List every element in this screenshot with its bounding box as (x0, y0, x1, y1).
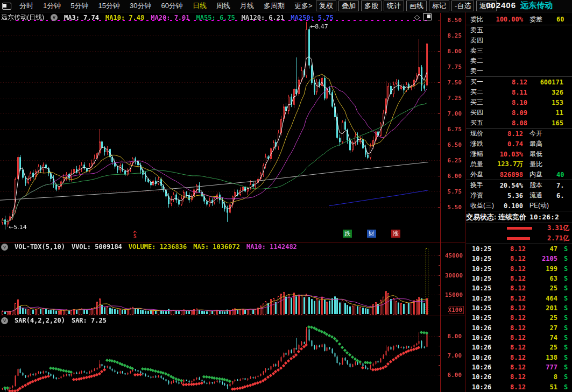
toolbar-button-0[interactable]: 复权 (316, 1, 336, 11)
tick-row-8: 10:268.1227S (466, 323, 572, 333)
tick-price: 8.12 (500, 344, 526, 351)
tick-row-2: 10:258.12199S (466, 264, 572, 274)
tick-price: 8.12 (500, 275, 526, 282)
quote-row: 换手20.54%股本7. (466, 180, 572, 190)
toolbar-tab-9[interactable]: 多周期 (259, 0, 289, 12)
tick-price: 8.12 (500, 383, 526, 391)
toolbar-button-3[interactable]: 统计 (384, 1, 404, 11)
ma-label-item-0: MA3: 7.74 (64, 14, 99, 22)
toolbar-tab-10[interactable]: 更多> (289, 0, 317, 12)
toolbar-tab-4[interactable]: 30分钟 (125, 0, 156, 12)
toolbar-tab-3[interactable]: 15分钟 (93, 0, 124, 12)
trading-status-time: 10:26:2 (529, 213, 559, 221)
buy-level-2[interactable]: 买二8.11326 (466, 87, 572, 97)
tick-time: 10:25 (466, 304, 500, 312)
tick-volume: 25 (526, 284, 562, 292)
flow-label: 净流入额 (466, 223, 507, 234)
quote-value: 6. (554, 192, 572, 199)
sell-level-3[interactable]: 卖三 (466, 46, 572, 56)
chart-badge-2[interactable]: 涨 (391, 230, 400, 238)
quote-label: 涨幅 (466, 149, 497, 159)
toolbar-tab-1[interactable]: 1分钟 (38, 0, 66, 12)
flow-row-0: 净流入额3.31亿 (466, 223, 572, 233)
diamond-icon[interactable]: ◇ (414, 13, 420, 21)
buy-level-3[interactable]: 买三8.10153 (466, 97, 572, 108)
pane-layout-icon[interactable] (423, 13, 432, 20)
tick-time: 10:25 (466, 275, 500, 282)
tick-side: S (562, 364, 572, 371)
quote-label: 现价 (466, 129, 497, 138)
stock-code: 002406 (486, 1, 516, 10)
tick-volume: 138 (526, 354, 562, 361)
tick-side: S (562, 373, 572, 381)
chart-badge-1[interactable]: 财 (367, 230, 376, 238)
tick-list[interactable]: 10:258.1247S10:258.122105S10:258.12199S1… (466, 244, 572, 392)
chart-badge-0[interactable]: 跌 (343, 230, 352, 238)
tick-time: 10:25 (466, 284, 500, 292)
quote-label: 流通 (529, 191, 554, 200)
quote-row: 收益(三)0.100PE(动) (466, 201, 572, 211)
toolbar-button-1[interactable]: 叠加 (338, 1, 359, 11)
toolbar-tab-5[interactable]: 60分钟 (156, 0, 187, 12)
sell-level-5[interactable]: 卖一 (466, 66, 572, 76)
buy-level-4[interactable]: 买四8.0911 (466, 108, 572, 118)
quote-value: 123.7万 (497, 160, 523, 169)
toolbar-tab-2[interactable]: 5分钟 (66, 0, 93, 12)
chart-canvas[interactable] (0, 0, 466, 392)
tick-volume: 74 (526, 334, 562, 341)
ma-label-item-1: MA10: 7.48 (105, 14, 144, 22)
weicha-label: 委差 (529, 15, 554, 24)
tick-volume: 2105 (526, 255, 562, 262)
toolbar-tab-0[interactable]: 分时 (15, 0, 38, 12)
tick-time: 10:25 (466, 245, 500, 253)
money-flow-rows: 净流入额3.31亿大宗流入2.71亿 (466, 223, 572, 244)
toolbar-buttons: 复权叠加多股统计画线标记-自选返回 (316, 1, 497, 11)
level-price: 8.12 (494, 79, 527, 86)
tick-price: 8.12 (500, 245, 526, 253)
tick-volume: 464 (526, 295, 562, 302)
tick-volume: 47 (526, 245, 562, 253)
buy-levels: 买一8.12600171买二8.11326买三8.10153买四8.0911买五… (466, 77, 572, 128)
chevron-down-icon[interactable]: v (51, 14, 58, 21)
toolbar-tab-7[interactable]: 周线 (211, 0, 235, 12)
sell-level-2[interactable]: 卖四 (466, 35, 572, 46)
quote-label: 外盘 (466, 170, 497, 179)
tick-row-9: 10:268.1274S (466, 333, 572, 343)
quote-row: 涨幅10.03%最低 (466, 149, 572, 159)
weibi-value: 100.00% (494, 16, 523, 23)
tick-price: 8.12 (500, 373, 526, 381)
tick-row-4: 10:258.1225S (466, 283, 572, 293)
level-label: 买五 (466, 118, 494, 127)
level-price: 8.08 (494, 119, 527, 127)
sell-level-4[interactable]: 卖二 (466, 56, 572, 66)
stock-app-window: 分时1分钟5分钟15分钟30分钟60分钟日线周线月线多周期更多> 复权叠加多股统… (0, 0, 572, 392)
vol-label-item-4: MA10: 1142482 (246, 243, 297, 251)
toolbar-tab-8[interactable]: 月线 (235, 0, 259, 12)
quote-label: 股本 (529, 181, 554, 190)
buy-level-5[interactable]: 买五8.08165 (466, 118, 572, 128)
toolbar-button-4[interactable]: 画线 (406, 1, 427, 11)
chevron-down-icon[interactable]: v (1, 317, 8, 324)
tick-time: 10:25 (466, 295, 500, 302)
sar-pane-header: v SAR(4,2,2,20)SAR: 7.25 (1, 317, 107, 324)
toolbar-button-2[interactable]: 多股 (361, 1, 382, 11)
tick-time: 10:26 (466, 354, 500, 361)
chevron-down-icon[interactable]: v (1, 244, 8, 251)
tick-side: S (562, 255, 572, 262)
toolbar-button-5[interactable]: 标记 (429, 1, 449, 11)
tick-volume: 25 (526, 314, 562, 322)
tick-row-7: 10:258.1225S (466, 313, 572, 323)
tick-row-12: 10:268.12777S (466, 362, 572, 372)
tick-volume: 777 (526, 364, 562, 371)
toolbar-button-6[interactable]: -自选 (451, 1, 474, 11)
quote-label: 涨跌 (466, 139, 497, 148)
tick-side: S (562, 245, 572, 253)
buy-level-1[interactable]: 买一8.12600171 (466, 77, 572, 87)
quote-label: 总量 (466, 160, 497, 169)
toolbar-tab-6[interactable]: 日线 (188, 0, 211, 12)
sell-level-1[interactable]: 卖五 (466, 25, 572, 35)
level-label: 买四 (466, 108, 494, 117)
vol-label-item-2: VOLUME: 1236836 (129, 243, 187, 251)
flow-value: 2.71亿 (530, 234, 572, 243)
window-icon[interactable] (2, 3, 11, 10)
